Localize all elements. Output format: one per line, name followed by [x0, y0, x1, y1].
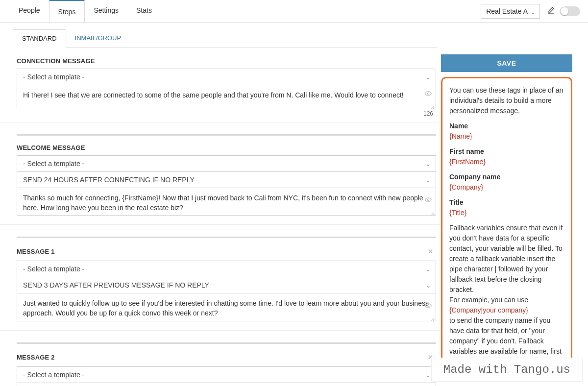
eye-icon[interactable]	[425, 302, 432, 312]
resize-handle-icon[interactable]	[430, 103, 435, 108]
message-1-text: Just wanted to quickly follow up to see …	[23, 298, 430, 318]
connection-message-title: CONNECTION MESSAGE	[17, 57, 436, 65]
connection-message-block: CONNECTION MESSAGE - Select a template -…	[0, 48, 441, 122]
watermark: Made with Tango.us	[432, 358, 582, 381]
chevron-down-icon: ⌄	[426, 266, 431, 273]
tab-settings[interactable]: Settings	[85, 0, 127, 23]
template-placeholder: - Select a template -	[23, 160, 84, 168]
chevron-down-icon: ⌄	[531, 9, 536, 16]
message-1-template-select[interactable]: - Select a template - ⌄	[17, 261, 436, 277]
divider	[17, 134, 436, 136]
campaign-select[interactable]: Real Estate A ⌄	[481, 4, 540, 19]
save-button[interactable]: SAVE	[441, 54, 572, 72]
welcome-timing-label: SEND 24 HOURS AFTER CONNECTING IF NO REP…	[23, 176, 195, 184]
message-2-template-select[interactable]: - Select a template - ⌄	[17, 366, 436, 383]
top-right-controls: Real Estate A ⌄	[481, 4, 580, 19]
tag-name-label: Name	[449, 121, 564, 131]
help-column: SAVE You can use these tags in place of …	[441, 48, 579, 386]
campaign-selected-label: Real Estate A	[486, 7, 528, 15]
message-1-block: MESSAGE 1 × - Select a template - ⌄ SEND…	[0, 237, 441, 331]
resize-handle-icon[interactable]	[430, 209, 435, 214]
message-2-title: MESSAGE 2	[17, 354, 55, 361]
message-2-block: MESSAGE 2 × - Select a template - ⌄ SEND…	[0, 342, 441, 386]
welcome-message-block: WELCOME MESSAGE - Select a template - ⌄ …	[0, 134, 441, 225]
chevron-down-icon: ⌄	[426, 282, 431, 289]
welcome-timing-select[interactable]: SEND 24 HOURS AFTER CONNECTING IF NO REP…	[17, 171, 436, 188]
connection-template-select[interactable]: - Select a template - ⌄	[17, 69, 436, 85]
welcome-message-textarea[interactable]: Thanks so much for connecting, {FirstNam…	[17, 188, 436, 216]
nav-tabs: People Steps Settings Stats	[10, 0, 161, 23]
connection-message-textarea[interactable]: Hi there! I see that we are connected to…	[17, 85, 436, 109]
message-1-textarea[interactable]: Just wanted to quickly follow up to see …	[17, 293, 436, 321]
svg-point-2	[427, 305, 429, 307]
chevron-down-icon: ⌄	[426, 74, 431, 81]
tag-firstname-value: {FirstName}	[449, 157, 564, 167]
message-1-timing-select[interactable]: SEND 3 DAYS AFTER PREVIOUS MESSAGE IF NO…	[17, 277, 436, 293]
tags-help-panel: You can use these tags in place of an in…	[441, 77, 572, 375]
tag-company-label: Company name	[449, 172, 564, 182]
help-intro: You can use these tags in place of an in…	[449, 85, 564, 116]
message-1-title: MESSAGE 1	[17, 248, 55, 255]
edit-icon[interactable]	[547, 6, 555, 16]
welcome-template-select[interactable]: - Select a template - ⌄	[17, 155, 436, 172]
help-fallback-tag: {Company|your company}	[449, 305, 564, 315]
chevron-down-icon: ⌄	[426, 161, 431, 168]
tab-steps[interactable]: Steps	[49, 0, 85, 23]
help-fallback-2a: For example, you can use	[449, 295, 564, 305]
eye-icon[interactable]	[425, 196, 432, 206]
divider	[17, 237, 436, 238]
close-icon[interactable]: ×	[428, 246, 436, 257]
connection-char-count: 126	[17, 109, 436, 119]
secondary-tabs: STANDARD INMAIL/GROUP	[13, 29, 437, 48]
tag-company-value: {Company}	[449, 182, 564, 193]
svg-point-0	[427, 93, 429, 95]
chevron-down-icon: ⌄	[426, 372, 431, 379]
tag-firstname-label: First name	[449, 146, 564, 157]
template-placeholder: - Select a template -	[23, 265, 84, 273]
tab-stats[interactable]: Stats	[127, 0, 161, 23]
template-placeholder: - Select a template -	[23, 73, 84, 81]
message-1-timing-label: SEND 3 DAYS AFTER PREVIOUS MESSAGE IF NO…	[23, 281, 209, 289]
resize-handle-icon[interactable]	[430, 315, 435, 320]
svg-point-1	[427, 199, 429, 201]
connection-message-text: Hi there! I see that we are connected to…	[23, 90, 430, 107]
chevron-down-icon: ⌄	[426, 177, 431, 184]
toggle-knob	[561, 7, 568, 15]
welcome-message-title: WELCOME MESSAGE	[17, 144, 436, 151]
tag-title-value: {Title}	[449, 208, 564, 218]
tag-name-value: {Name}	[449, 131, 564, 142]
eye-icon[interactable]	[425, 90, 432, 100]
top-bar: People Steps Settings Stats Real Estate …	[0, 0, 588, 23]
divider	[17, 342, 436, 344]
tab-people[interactable]: People	[10, 0, 49, 23]
subtab-inmail[interactable]: INMAIL/GROUP	[66, 29, 130, 47]
steps-column: CONNECTION MESSAGE - Select a template -…	[0, 48, 441, 386]
active-toggle[interactable]	[560, 6, 580, 16]
template-placeholder: - Select a template -	[23, 371, 84, 379]
tag-title-label: Title	[449, 197, 564, 208]
subtab-standard[interactable]: STANDARD	[13, 29, 66, 48]
message-2-timing-select[interactable]: SEND 10 DAYS AFTER PREVIOUS MESSAGE IF N…	[17, 383, 436, 386]
help-fallback-1: Fallback variables ensure that even if y…	[449, 223, 564, 295]
welcome-message-text: Thanks so much for connecting, {FirstNam…	[23, 193, 430, 213]
